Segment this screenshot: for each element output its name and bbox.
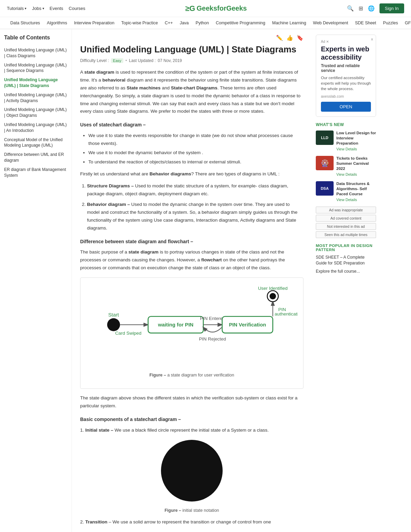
initial-state-circle: [161, 440, 223, 502]
news-item-dsa: DSA Data Structures & Algorithms- Self P…: [316, 181, 376, 202]
edit-icon[interactable]: ✏️: [276, 35, 283, 41]
arrow-reject-back: [203, 327, 222, 332]
news-info-lld: Low Level Design for Interview Preparati…: [336, 131, 376, 151]
initial-state-text: 1. Initial state – We use a black filled…: [80, 426, 303, 434]
sec-nav-topicwise[interactable]: Topic-wise Practice: [118, 17, 161, 29]
basic-components-heading: Basic components of a statechart diagram…: [80, 416, 303, 424]
popular-item-more[interactable]: Explore the full course...: [316, 269, 376, 274]
article-meta: Difficulty Level : Easy • Last Updated :…: [80, 58, 303, 63]
sec-nav-interview-prep[interactable]: Interview Preparation: [71, 17, 118, 29]
logo-symbol: ≥G: [185, 4, 195, 13]
figure-desc: The state diagram above shows the differ…: [80, 394, 303, 410]
like-icon[interactable]: 👍: [286, 35, 293, 41]
toc-link-introduction[interactable]: Unified Modeling Language (UML) | An Int…: [4, 120, 67, 135]
toc-link-er-bank[interactable]: ER diagram of Bank Management System: [4, 165, 67, 180]
sec-nav-competitive[interactable]: Competitive Programming: [212, 17, 269, 29]
news-item-carnival: 🎡 Tickets to Geeks Summer Carnival 2022 …: [316, 156, 376, 176]
top-nav: Tutorials ▾ Jobs ▾ Events Courses ≥G Gee…: [0, 0, 411, 17]
whats-new-title: WHAT'S NEW: [316, 122, 376, 127]
uses-list: We use it to state the events responsibl…: [88, 132, 303, 166]
figure-caption: Figure – a state diagram for user verifi…: [86, 372, 298, 379]
uses-item-1: We use it to state the events responsibl…: [88, 132, 303, 148]
ad-box: x Ad ✕ Experts in web accessibility Trus…: [316, 35, 376, 117]
news-info-dsa: Data Structures & Algorithms- Self Paced…: [336, 181, 376, 202]
article-body: A state diagram is used to represent the…: [80, 69, 303, 526]
ad-open-button[interactable]: OPEN: [321, 102, 371, 112]
toc-link-conceptual[interactable]: Conceptual Model of the Unified Modeling…: [4, 135, 67, 150]
top-nav-right: 🔍 ⊞ 🌐 Sign In: [347, 3, 404, 13]
uses-item-3: To understand the reaction of objects/cl…: [88, 158, 303, 166]
grid-icon[interactable]: ⊞: [359, 5, 363, 12]
logo[interactable]: ≥G GeeksforGeeks: [185, 4, 247, 13]
difficulty-badge: Easy: [111, 58, 123, 63]
pin-auth-label2: authentication: [275, 311, 298, 317]
tutorials-nav[interactable]: Tutorials ▾: [7, 6, 26, 11]
toc-link-class-diagrams[interactable]: Unified Modeling Language (UML) | Class …: [4, 46, 67, 61]
events-nav[interactable]: Events: [50, 6, 63, 11]
ad-subtitle: Trusted and reliable service: [321, 63, 371, 73]
sec-nav-python[interactable]: Python: [192, 17, 212, 29]
secondary-nav: Data Structures Algorithms Interview Pre…: [0, 17, 411, 29]
feedback-inappropriate[interactable]: Ad was inappropriate: [316, 207, 376, 213]
figure-caption-initial: Figure – initial state notation: [80, 507, 303, 514]
intro-paragraph: A state diagram is used to represent the…: [80, 69, 303, 116]
behavior-list: Structure Diagrams – Used to model the s…: [87, 182, 303, 232]
feedback-covered[interactable]: Ad covered content: [316, 215, 376, 222]
meta-dot: •: [125, 58, 127, 63]
behavior-item-1: Structure Diagrams – Used to model the s…: [87, 182, 303, 198]
start-circle: [107, 318, 120, 331]
toc-title: Table of Contents: [4, 35, 67, 41]
sec-nav-algorithms[interactable]: Algorithms: [43, 17, 71, 29]
card-swiped-label: Card Swiped: [115, 331, 141, 336]
sec-nav-puzzles[interactable]: Puzzles: [379, 17, 401, 29]
article-title: Unified Modeling Language (UML) | State …: [80, 44, 303, 55]
difficulty-label: Difficulty Level :: [80, 58, 109, 63]
toc-link-state-diagrams[interactable]: Unified Modeling Language (UML) | State …: [4, 75, 67, 90]
sec-nav-webdev[interactable]: Web Development: [310, 17, 352, 29]
jobs-chevron: ▾: [42, 7, 44, 10]
behavior-heading: Firstly let us understand what are Behav…: [80, 170, 303, 178]
popular-item-sde[interactable]: SDE SHEET – A Complete Guide for SDE Pre…: [316, 255, 376, 266]
courses-nav[interactable]: Courses: [69, 6, 85, 11]
feedback-not-interested[interactable]: Not interested in this ad: [316, 223, 376, 230]
sec-nav-java[interactable]: Java: [176, 17, 192, 29]
news-view-details-dsa[interactable]: View Details: [336, 198, 376, 202]
toc-link-uml-er[interactable]: Difference between UML and ER diagram: [4, 150, 67, 165]
toc-link-activity-diagrams[interactable]: Unified Modeling Language (UML) | Activi…: [4, 90, 67, 106]
news-view-details-lld[interactable]: View Details: [336, 147, 376, 151]
sec-nav-gfg-school[interactable]: GFG School: [401, 17, 411, 29]
ad-body: Our certified accessibility experts will…: [321, 75, 371, 91]
sec-nav-data-structures[interactable]: Data Structures: [7, 17, 43, 29]
sign-in-button[interactable]: Sign In: [379, 3, 404, 13]
transition-note: 2. Transition – We use a solid arrow to …: [80, 518, 303, 526]
state-diagram-svg: Start Card Swiped waiting for PIN PIN En…: [86, 283, 298, 366]
sec-nav-sde[interactable]: SDE Sheet: [351, 17, 379, 29]
logo-text: GeeksforGeeks: [197, 4, 247, 12]
jobs-nav[interactable]: Jobs ▾: [32, 6, 44, 11]
ad-label: Ad ✕: [321, 40, 371, 44]
news-thumb-dsa: DSA: [316, 181, 334, 196]
sec-nav-cpp[interactable]: C++: [161, 17, 176, 29]
article-content: ✏️ 👍 🔖 Unified Modeling Language (UML) |…: [72, 29, 312, 532]
news-title-lld: Low Level Design for Interview Preparati…: [336, 131, 376, 146]
last-updated-date: 07 Nov, 2019: [158, 58, 182, 63]
feedback-seen-multiple[interactable]: Seen this ad multiple times: [316, 231, 376, 238]
toc-link-sequence-diagrams[interactable]: Unified Modeling Language (UML) | Sequen…: [4, 61, 67, 76]
search-icon[interactable]: 🔍: [347, 5, 354, 12]
news-view-details-carnival[interactable]: View Details: [336, 172, 376, 176]
waiting-for-pin-text: waiting for PIN: [158, 322, 193, 327]
table-of-contents: Table of Contents Unified Modeling Langu…: [0, 29, 72, 532]
news-item-lld: LLD Low Level Design for Interview Prepa…: [316, 131, 376, 151]
toc-link-object-diagrams[interactable]: Unified Modeling Language (UML) | Object…: [4, 105, 67, 120]
ad-url: axesslab.com: [321, 94, 371, 98]
diff-heading: Difference between state diagram and flo…: [80, 238, 303, 246]
bookmark-icon[interactable]: 🔖: [297, 35, 303, 41]
news-title-dsa: Data Structures & Algorithms- Self Paced…: [336, 181, 376, 197]
translate-icon[interactable]: 🌐: [368, 5, 375, 12]
top-nav-left: Tutorials ▾ Jobs ▾ Events Courses: [7, 6, 85, 11]
ad-close-icon[interactable]: x: [371, 37, 373, 41]
sec-nav-ml[interactable]: Machine Learning: [269, 17, 309, 29]
news-title-carnival: Tickets to Geeks Summer Carnival 2022: [336, 156, 376, 171]
state-diagram-container: Start Card Swiped waiting for PIN PIN En…: [80, 277, 303, 389]
most-popular-title: MOST POPULAR IN DESIGN PATTERN: [316, 244, 376, 252]
